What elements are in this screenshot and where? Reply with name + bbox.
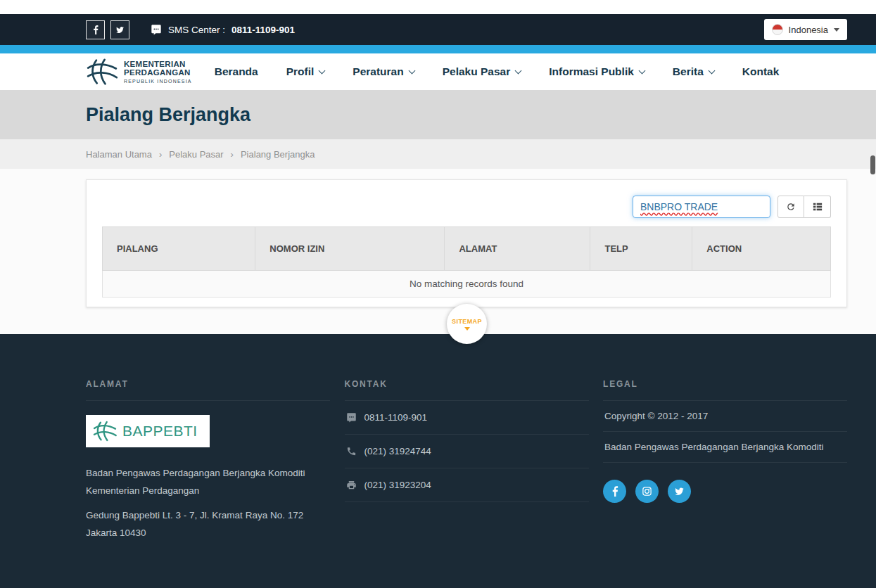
nav-item-berita[interactable]: Berita: [673, 65, 714, 78]
breadcrumb-separator: [159, 149, 162, 160]
table-header-row: PIALANG NOMOR IZIN ALAMAT TELP ACTION: [103, 227, 831, 271]
twitter-icon: [115, 25, 125, 34]
main-content: BNBPRO TRADE PIALANG NOMO: [0, 169, 876, 334]
columns-button[interactable]: [804, 196, 831, 218]
facebook-icon: [91, 25, 100, 34]
search-input[interactable]: BNBPRO TRADE: [633, 196, 770, 218]
main-nav: Beranda Profil Peraturan Pelaku Pasar In…: [215, 65, 780, 78]
table-row: No matching records found: [103, 271, 831, 298]
twitter-button[interactable]: [110, 20, 129, 39]
contact-item-sms: 0811-1109-901: [345, 401, 589, 435]
data-table: PIALANG NOMOR IZIN ALAMAT TELP ACTION No…: [102, 226, 831, 298]
footer-facebook-button[interactable]: [603, 480, 626, 503]
nav-item-kontak[interactable]: Kontak: [742, 65, 780, 78]
breadcrumb-link-pelaku-pasar[interactable]: Pelaku Pasar: [169, 149, 223, 160]
table-buttons: [777, 196, 831, 218]
table-card: BNBPRO TRADE PIALANG NOMO: [86, 179, 847, 307]
sitemap-label: SITEMAP: [452, 318, 482, 325]
table-toolbar: BNBPRO TRADE: [102, 196, 831, 218]
page-title-band: Pialang Berjangka: [0, 90, 876, 139]
footer-alamat-section: ALAMAT BAPPEBTI Badan Pengawas Perdagang…: [86, 379, 330, 542]
nav-item-peraturan[interactable]: Peraturan: [353, 65, 414, 78]
breadcrumb-link-halaman-utama[interactable]: Halaman Utama: [86, 149, 152, 160]
copyright-text: Copyright © 2012 - 2017: [603, 401, 847, 432]
ministry-logo-text: KEMENTERIAN PERDAGANGAN REPUBLIK INDONES…: [124, 60, 192, 84]
column-header-telp[interactable]: TELP: [590, 227, 692, 271]
bappebti-logo-text: BAPPEBTI: [122, 423, 198, 440]
footer-social-row: [603, 480, 847, 503]
nav-label: Kontak: [742, 65, 780, 78]
sms-icon: [346, 412, 357, 423]
bappebti-logo[interactable]: BAPPEBTI: [86, 415, 210, 447]
bappebti-mark-icon: [93, 421, 117, 442]
nav-item-pelaku-pasar[interactable]: Pelaku Pasar: [443, 65, 521, 78]
nav-label: Berita: [673, 65, 704, 78]
footer-heading-alamat: ALAMAT: [86, 379, 330, 401]
footer-heading-legal: LEGAL: [603, 379, 847, 401]
column-header-alamat[interactable]: ALAMAT: [445, 227, 590, 271]
facebook-icon: [609, 486, 620, 497]
refresh-icon: [786, 202, 796, 212]
empty-message: No matching records found: [103, 271, 831, 298]
contact-text: (021) 31923204: [364, 480, 431, 490]
nav-label: Peraturan: [353, 65, 403, 78]
column-header-pialang[interactable]: PIALANG: [103, 227, 255, 271]
refresh-button[interactable]: [777, 196, 804, 218]
facebook-button[interactable]: [86, 20, 105, 39]
page-title: Pialang Berjangka: [86, 104, 847, 126]
contact-item-fax: (021) 31923204: [345, 468, 589, 502]
logo-line2: PERDAGANGAN: [124, 68, 192, 77]
breadcrumb-separator: [231, 149, 234, 160]
twitter-icon: [674, 486, 685, 497]
ministry-logo[interactable]: KEMENTERIAN PERDAGANGAN REPUBLIK INDONES…: [86, 58, 192, 85]
column-header-action[interactable]: ACTION: [692, 227, 831, 271]
site-header: KEMENTERIAN PERDAGANGAN REPUBLIK INDONES…: [0, 53, 876, 90]
site-footer: SITEMAP ALAMAT BAPPEBTI Badan Pengawas P…: [0, 334, 876, 588]
breadcrumb-current: Pialang Berjangka: [241, 149, 315, 160]
breadcrumb-band: Halaman Utama Pelaku Pasar Pialang Berja…: [0, 139, 876, 169]
breadcrumb: Halaman Utama Pelaku Pasar Pialang Berja…: [86, 149, 847, 160]
chevron-down-icon: [638, 67, 645, 74]
nav-label: Informasi Publik: [549, 65, 634, 78]
chevron-down-icon: [515, 67, 522, 74]
language-label: Indonesia: [789, 25, 828, 35]
sms-center: SMS Center : 0811-1109-901: [151, 24, 295, 35]
legal-org-text: Badan Pengawas Perdagangan Berjangka Kom…: [603, 432, 847, 463]
scrollbar-thumb[interactable]: [870, 155, 875, 174]
footer-twitter-button[interactable]: [668, 480, 691, 503]
column-header-nomor-izin[interactable]: NOMOR IZIN: [255, 227, 445, 271]
indonesia-flag-icon: [772, 24, 783, 35]
contact-text: 0811-1109-901: [364, 412, 428, 423]
logo-line1: KEMENTERIAN: [124, 60, 192, 68]
footer-legal-section: LEGAL Copyright © 2012 - 2017 Badan Peng…: [603, 379, 847, 542]
sms-number: 0811-1109-901: [231, 25, 295, 35]
accent-bar: [0, 45, 876, 53]
nav-label: Beranda: [215, 65, 258, 78]
fax-icon: [346, 480, 357, 490]
footer-address-line1: Badan Pengawas Perdagangan Berjangka Kom…: [86, 464, 330, 499]
sitemap-button[interactable]: SITEMAP: [447, 304, 487, 344]
search-input-value: BNBPRO TRADE: [640, 201, 718, 212]
caret-down-icon: [464, 327, 470, 331]
sms-label: SMS Center :: [168, 25, 225, 35]
footer-kontak-section: KONTAK 0811-1109-901 (021) 31924744 (021…: [345, 379, 589, 542]
instagram-icon: [642, 486, 652, 497]
ministry-logo-mark-icon: [86, 58, 118, 85]
language-selector[interactable]: Indonesia: [764, 19, 847, 40]
nav-item-beranda[interactable]: Beranda: [215, 65, 258, 78]
footer-instagram-button[interactable]: [635, 480, 659, 503]
chat-bubble-icon: [151, 24, 162, 35]
columns-icon: [813, 202, 823, 212]
nav-item-profil[interactable]: Profil: [286, 65, 325, 78]
logo-line3: REPUBLIK INDONESIA: [124, 79, 192, 84]
topbar: SMS Center : 0811-1109-901 Indonesia: [0, 14, 876, 45]
nav-item-informasi-publik[interactable]: Informasi Publik: [549, 65, 645, 78]
chevron-down-icon: [319, 67, 326, 74]
footer-address-line2: Gedung Bappebti Lt. 3 - 7, Jl. Kramat Ra…: [86, 506, 330, 542]
chevron-down-icon: [408, 67, 415, 74]
chevron-down-icon: [708, 67, 715, 74]
contact-text: (021) 31924744: [364, 446, 431, 456]
caret-down-icon: [834, 28, 839, 32]
nav-label: Profil: [286, 65, 315, 78]
footer-heading-kontak: KONTAK: [345, 379, 589, 401]
